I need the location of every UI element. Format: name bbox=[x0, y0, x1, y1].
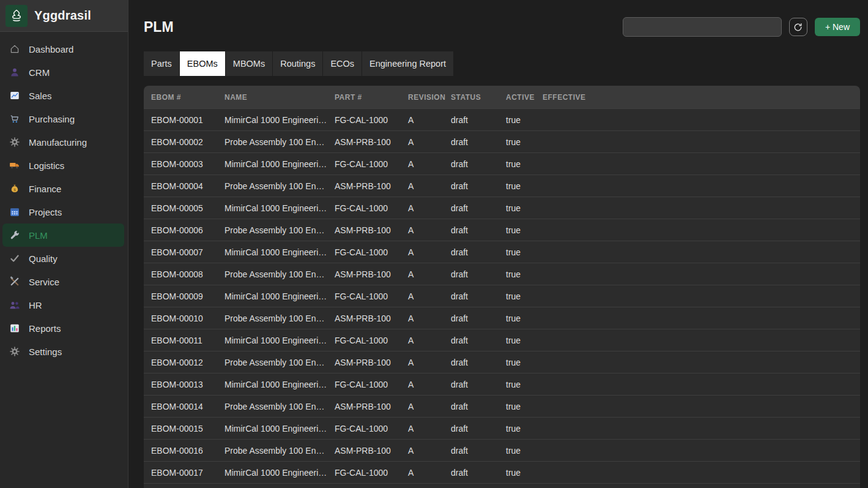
search-input[interactable] bbox=[623, 17, 782, 37]
tab-parts[interactable]: Parts bbox=[144, 51, 180, 76]
table-row[interactable]: EBOM-00017MimirCal 1000 Engineerin...FG-… bbox=[144, 461, 860, 483]
table-cell: true bbox=[499, 269, 535, 279]
table-cell: ASM-PRB-100 bbox=[327, 402, 401, 411]
table-row[interactable]: EBOM-00010Probe Assembly 100 Engi...ASM-… bbox=[144, 307, 860, 329]
table-cell: draft bbox=[443, 225, 499, 235]
person-icon bbox=[9, 66, 21, 78]
table-cell: MimirCal 1000 Engineerin... bbox=[217, 159, 327, 169]
table-cell: EBOM-00001 bbox=[144, 115, 217, 125]
table-cell: true bbox=[499, 137, 535, 147]
table-cell: EBOM-00013 bbox=[144, 380, 217, 389]
checkmark-icon bbox=[9, 252, 21, 265]
refresh-button[interactable] bbox=[789, 18, 807, 36]
people-icon bbox=[9, 299, 21, 311]
table-cell: A bbox=[401, 358, 443, 367]
sidebar-item-label: Finance bbox=[29, 184, 61, 194]
table-row[interactable]: EBOM-00013MimirCal 1000 Engineerin...FG-… bbox=[144, 373, 860, 395]
sidebar-item-label: PLM bbox=[29, 230, 48, 241]
sidebar-item-service[interactable]: Service bbox=[2, 270, 124, 293]
ebom-table: EBOM #NAMEPART #REVISIONSTATUSACTIVEEFFE… bbox=[144, 86, 860, 488]
table-row[interactable]: EBOM-00014Probe Assembly 100 Engi...ASM-… bbox=[144, 395, 860, 417]
sidebar-item-reports[interactable]: Reports bbox=[2, 317, 124, 340]
table-cell: true bbox=[499, 291, 535, 301]
table-cell: EBOM-00007 bbox=[144, 247, 217, 257]
table-cell: draft bbox=[443, 336, 499, 345]
table-row[interactable]: EBOM-00006Probe Assembly 100 Engi...ASM-… bbox=[144, 219, 860, 241]
table-cell: EBOM-00015 bbox=[144, 424, 217, 434]
sidebar-item-crm[interactable]: CRM bbox=[2, 61, 124, 84]
table-cell: draft bbox=[443, 291, 499, 301]
table-row[interactable]: EBOM-00012Probe Assembly 100 Engi...ASM-… bbox=[144, 351, 860, 373]
table-cell: A bbox=[401, 291, 443, 301]
table-cell: A bbox=[401, 225, 443, 235]
table-cell: A bbox=[401, 247, 443, 257]
table-cell: Probe Assembly 100 Engi... bbox=[217, 225, 327, 235]
tree-icon bbox=[9, 8, 24, 24]
sidebar-item-purchasing[interactable]: Purchasing bbox=[2, 107, 124, 130]
tab-ecos[interactable]: ECOs bbox=[323, 51, 362, 76]
sidebar-item-dashboard[interactable]: Dashboard bbox=[2, 37, 124, 61]
table-cell: MimirCal 1000 Engineerin... bbox=[217, 203, 327, 213]
sidebar-item-manufacturing[interactable]: Manufacturing bbox=[2, 130, 124, 154]
table-cell: draft bbox=[443, 424, 499, 434]
table-cell: ASM-PRB-100 bbox=[327, 313, 401, 323]
tab-routings[interactable]: Routings bbox=[273, 51, 323, 76]
table-row[interactable]: EBOM-00004Probe Assembly 100 Engi...ASM-… bbox=[144, 175, 860, 197]
table-row[interactable]: EBOM-00005MimirCal 1000 Engineerin...FG-… bbox=[144, 197, 860, 219]
tab-engineering-report[interactable]: Engineering Report bbox=[362, 51, 453, 76]
page-header: PLM + New bbox=[144, 17, 860, 37]
table-row[interactable]: EBOM-00002Probe Assembly 100 Engi...ASM-… bbox=[144, 130, 860, 152]
table-cell: EBOM-00002 bbox=[144, 137, 217, 147]
table-row[interactable]: EBOM-00003MimirCal 1000 Engineerin...FG-… bbox=[144, 152, 860, 175]
table-cell: A bbox=[401, 468, 443, 478]
table-cell: EBOM-00010 bbox=[144, 313, 217, 323]
table-cell: ASM-PRB-100 bbox=[327, 269, 401, 279]
column-header-effective: EFFECTIVE bbox=[535, 93, 860, 102]
main-content: PLM + New PartsEBOMsMBOMsRoutingsECOsEng… bbox=[128, 0, 868, 488]
table-cell: MimirCal 1000 Engineerin... bbox=[217, 115, 327, 125]
sidebar-item-label: Projects bbox=[29, 207, 62, 217]
table-row[interactable]: EBOM-00007MimirCal 1000 Engineerin...FG-… bbox=[144, 241, 860, 263]
table-cell: EBOM-00008 bbox=[144, 269, 217, 279]
sidebar-item-finance[interactable]: $Finance bbox=[2, 177, 124, 200]
sidebar-item-projects[interactable]: Projects bbox=[2, 200, 124, 223]
table-row[interactable]: EBOM-00016Probe Assembly 100 Engi...ASM-… bbox=[144, 439, 860, 461]
table-cell: MimirCal 1000 Engineerin... bbox=[217, 336, 327, 345]
table-cell: draft bbox=[443, 203, 499, 213]
table-cell: EBOM-00011 bbox=[144, 336, 217, 345]
sidebar-item-logistics[interactable]: Logistics bbox=[2, 154, 124, 177]
table-cell: FG-CAL-1000 bbox=[327, 336, 401, 345]
column-header-status: STATUS bbox=[443, 93, 499, 102]
table-cell: true bbox=[499, 159, 535, 169]
table-row[interactable]: EBOM-00011MimirCal 1000 Engineerin...FG-… bbox=[144, 329, 860, 351]
tab-mboms[interactable]: MBOMs bbox=[226, 51, 273, 76]
sidebar-item-hr[interactable]: HR bbox=[2, 293, 124, 317]
sidebar-item-plm[interactable]: PLM bbox=[2, 223, 124, 247]
table-header-row: EBOM #NAMEPART #REVISIONSTATUSACTIVEEFFE… bbox=[144, 86, 860, 108]
table-cell: A bbox=[401, 424, 443, 434]
table-row[interactable]: EBOM-00001MimirCal 1000 Engineerin...FG-… bbox=[144, 108, 860, 130]
table-cell: true bbox=[499, 336, 535, 345]
table-cell: MimirCal 1000 Engineerin... bbox=[217, 468, 327, 478]
plm-tabs: PartsEBOMsMBOMsRoutingsECOsEngineering R… bbox=[144, 51, 453, 76]
table-cell: FG-CAL-1000 bbox=[327, 468, 401, 478]
table-cell: EBOM-00012 bbox=[144, 358, 217, 367]
table-cell: FG-CAL-1000 bbox=[327, 380, 401, 389]
sidebar-item-sales[interactable]: Sales bbox=[2, 84, 124, 107]
tab-eboms[interactable]: EBOMs bbox=[180, 51, 226, 76]
new-button[interactable]: + New bbox=[815, 18, 860, 36]
sidebar-item-settings[interactable]: Settings bbox=[2, 340, 124, 363]
table-row[interactable]: EBOM-00008Probe Assembly 100 Engi...ASM-… bbox=[144, 263, 860, 285]
table-row-partial bbox=[144, 483, 860, 488]
app-logo bbox=[6, 5, 28, 27]
table-cell: FG-CAL-1000 bbox=[327, 115, 401, 125]
table-row[interactable]: EBOM-00015MimirCal 1000 Engineerin...FG-… bbox=[144, 417, 860, 439]
table-row[interactable]: EBOM-00009MimirCal 1000 Engineerin...FG-… bbox=[144, 285, 860, 307]
table-cell: MimirCal 1000 Engineerin... bbox=[217, 291, 327, 301]
table-cell: EBOM-00014 bbox=[144, 402, 217, 411]
table-cell: FG-CAL-1000 bbox=[327, 203, 401, 213]
sidebar-item-quality[interactable]: Quality bbox=[2, 247, 124, 270]
table-cell: MimirCal 1000 Engineerin... bbox=[217, 380, 327, 389]
money-bag-icon: $ bbox=[9, 182, 21, 195]
table-cell: ASM-PRB-100 bbox=[327, 137, 401, 147]
